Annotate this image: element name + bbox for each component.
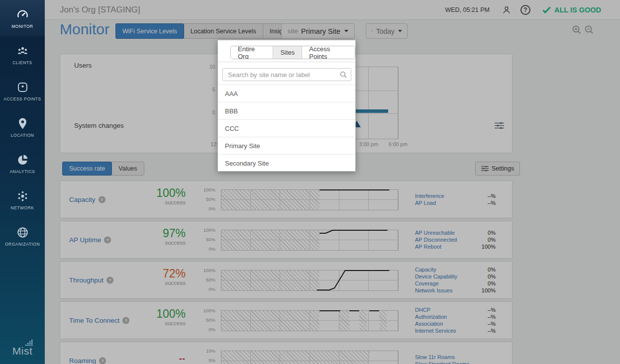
sidebar-item-network[interactable]: NETWORK	[0, 182, 45, 218]
tab-access-points[interactable]: Access Points	[302, 46, 355, 59]
sidebar-item-monitor[interactable]: MONITOR	[0, 0, 45, 36]
sidebar-item-location[interactable]: LOCATION	[0, 109, 45, 145]
sidebar-item-organization[interactable]: ORGANIZATION	[0, 218, 45, 254]
globe-icon	[16, 226, 29, 239]
gauge-icon	[16, 8, 29, 21]
tab-entire-org[interactable]: Entire Org	[231, 46, 273, 59]
site-search-box	[222, 68, 351, 81]
tab-sites[interactable]: Sites	[273, 46, 302, 59]
pie-chart-icon	[16, 153, 29, 167]
site-search-input[interactable]	[227, 71, 337, 79]
sidebar-item-access-points[interactable]: ACCESS POINTS	[0, 73, 45, 109]
site-option-ccc[interactable]: CCC	[218, 119, 355, 137]
network-nodes-icon	[16, 189, 29, 203]
sidebar-item-label: CLIENTS	[12, 60, 32, 65]
sidebar-item-label: MONITOR	[11, 24, 33, 29]
site-picker-dropdown: Entire Org Sites Access Points AAABBBCCC…	[217, 40, 356, 172]
sidebar-item-clients[interactable]: CLIENTS	[0, 36, 45, 73]
access-point-icon	[16, 81, 29, 94]
app-root: MONITOR CLIENTS ACCESS POINTS LOCATION A…	[0, 0, 620, 364]
site-option-aaa[interactable]: AAA	[218, 85, 355, 102]
site-option-bbb[interactable]: BBB	[218, 102, 355, 119]
sidebar-item-label: ANALYTICS	[9, 169, 35, 174]
location-pin-icon	[16, 117, 29, 130]
site-option-primary-site[interactable]: Primary Site	[218, 137, 355, 154]
main-content: Jon's Org [STAGING] WED, 05:21 PM ? ALL …	[45, 0, 620, 364]
divider	[218, 62, 355, 62]
mist-logo-dots-icon	[25, 340, 33, 346]
sidebar: MONITOR CLIENTS ACCESS POINTS LOCATION A…	[0, 0, 45, 364]
search-icon	[340, 71, 347, 78]
sidebar-item-label: LOCATION	[11, 133, 34, 138]
site-option-secondary-site[interactable]: Secondary Site	[218, 154, 355, 172]
mist-logo: Mist	[0, 345, 45, 357]
sidebar-item-analytics[interactable]: ANALYTICS	[0, 145, 45, 182]
sidebar-item-label: ACCESS POINTS	[3, 96, 41, 101]
sidebar-item-label: ORGANIZATION	[5, 242, 40, 247]
clients-icon	[16, 44, 29, 58]
site-picker-tabs: Entire Org Sites Access Points	[230, 46, 355, 59]
site-list: AAABBBCCCPrimary SiteSecondary Site	[218, 85, 355, 172]
mist-logo-text: Mist	[12, 345, 33, 357]
sidebar-item-label: NETWORK	[11, 205, 34, 210]
